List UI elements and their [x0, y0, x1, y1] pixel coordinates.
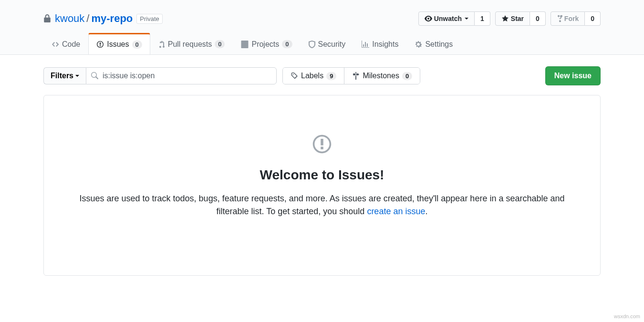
blankslate-body: Issues are used to track todos, bugs, fe… [63, 192, 581, 218]
star-button[interactable]: Star [495, 11, 530, 26]
tab-pull-requests[interactable]: Pull requests 0 [150, 33, 233, 54]
new-issue-button[interactable]: New issue [545, 66, 601, 85]
repo-actions: Unwatch 1 Star 0 Fork [418, 11, 601, 26]
issues-blankslate: Welcome to Issues! Issues are used to tr… [43, 95, 601, 276]
milestones-link[interactable]: Milestones 0 [344, 68, 420, 84]
labels-link[interactable]: Labels 9 [283, 68, 344, 84]
pr-icon [158, 41, 165, 48]
repo-owner-link[interactable]: kwouk [55, 12, 84, 25]
tab-code[interactable]: Code [43, 33, 88, 54]
star-count[interactable]: 0 [530, 11, 546, 26]
fork-button[interactable]: Fork [551, 11, 585, 26]
filters-button[interactable]: Filters [43, 67, 86, 84]
milestone-icon [352, 72, 360, 80]
blankslate-title: Welcome to Issues! [63, 167, 581, 183]
caret-down-icon [75, 75, 79, 77]
lock-icon [43, 14, 51, 23]
repo-name-link[interactable]: my-repo [91, 12, 133, 24]
create-issue-link[interactable]: create an issue [367, 207, 425, 216]
tab-insights[interactable]: Insights [353, 33, 406, 54]
repo-title: kwouk / my-repo Private [43, 12, 163, 25]
milestones-count: 0 [402, 72, 412, 80]
caret-down-icon [465, 18, 468, 20]
graph-icon [362, 41, 369, 48]
watch-count[interactable]: 1 [475, 11, 490, 26]
search-icon [91, 72, 98, 80]
fork-icon [557, 15, 562, 22]
project-icon [241, 41, 249, 48]
tab-issues[interactable]: Issues 0 [88, 33, 150, 54]
pr-count: 0 [215, 40, 225, 48]
tab-settings[interactable]: Settings [406, 33, 461, 54]
shield-icon [309, 41, 315, 48]
tag-icon [291, 72, 298, 80]
visibility-badge: Private [136, 14, 162, 24]
tab-projects[interactable]: Projects 0 [233, 33, 300, 54]
star-icon [501, 15, 509, 22]
projects-count: 0 [282, 40, 292, 48]
eye-icon [425, 15, 432, 22]
fork-count[interactable]: 0 [585, 11, 601, 26]
labels-count: 9 [326, 72, 336, 80]
repo-nav: Code Issues 0 Pull requests 0 Projects 0… [43, 33, 601, 54]
tab-security[interactable]: Security [301, 33, 354, 54]
code-icon [52, 41, 59, 48]
search-input[interactable] [86, 67, 277, 84]
issue-icon [96, 41, 104, 48]
issues-count: 0 [132, 41, 142, 49]
unwatch-button[interactable]: Unwatch [418, 11, 475, 26]
issue-opened-icon [312, 134, 332, 155]
gear-icon [415, 41, 422, 48]
